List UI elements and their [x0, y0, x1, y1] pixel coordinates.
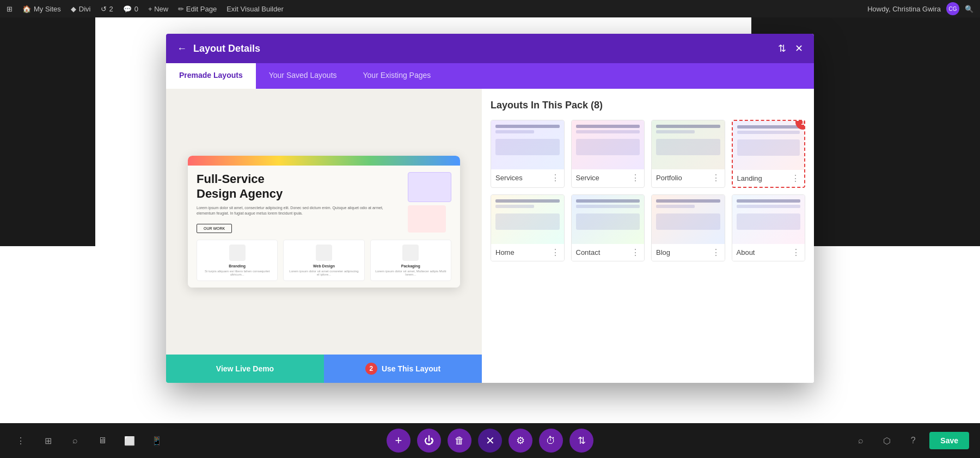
hero-paragraph: Lorem ipsum dolor sit amet, consectetur …: [197, 205, 399, 217]
layout-card-footer-services: Services ⋮: [491, 169, 564, 186]
my-sites-menu[interactable]: 🏠 My Sites: [22, 5, 61, 13]
exit-builder-link[interactable]: Exit Visual Builder: [226, 5, 284, 13]
layout-thumb-blog: [652, 195, 725, 244]
browser-cards: Branding Si turpis aliquam esi libero la…: [197, 240, 451, 281]
toolbar-right-help-button[interactable]: ?: [903, 431, 923, 450]
layout-thumb-about: [732, 195, 805, 244]
layout-thumb-home: [491, 195, 564, 244]
preview-panel: Full-Service Design Agency Lorem ipsum d…: [166, 89, 482, 383]
search-icon[interactable]: 🔍: [965, 5, 973, 13]
layouts-panel: Layouts In This Pack (8): [482, 89, 814, 383]
layout-more-about[interactable]: ⋮: [792, 247, 800, 258]
bottom-toolbar: ⋮ ⊞ ⌕ 🖥 ⬜ 📱 + ⏻ 🗑 ✕ ⚙ ⏱ ⇅ ⌕ ⬡ ? Save: [0, 423, 980, 458]
modal-body: Full-Service Design Agency Lorem ipsum d…: [166, 89, 814, 383]
layout-more-blog[interactable]: ⋮: [712, 247, 720, 258]
layout-card-about[interactable]: About ⋮: [732, 194, 806, 261]
admin-bar: ⊞ 🏠 My Sites ◆ Divi ↺ 2 💬 0 + New ✏ Edit…: [0, 0, 980, 17]
hero-cta-button[interactable]: OUR WORK: [197, 224, 232, 233]
toolbar-right-search-button[interactable]: ⌕: [851, 431, 871, 450]
toolbar-grid-button[interactable]: ⊞: [38, 431, 58, 450]
browser-mockup: Full-Service Design Agency Lorem ipsum d…: [188, 156, 460, 288]
tab-existing-pages[interactable]: Your Existing Pages: [350, 63, 444, 89]
admin-bar-right: Howdy, Christina Gwira CG 🔍: [867, 2, 973, 15]
layout-card-services[interactable]: Services ⋮: [491, 120, 565, 188]
view-demo-button[interactable]: View Live Demo: [166, 355, 324, 383]
card-icon-branding: [229, 245, 246, 261]
layout-more-landing[interactable]: ⋮: [791, 173, 800, 184]
back-button[interactable]: ←: [177, 43, 187, 54]
layout-more-contact[interactable]: ⋮: [631, 247, 640, 258]
toolbar-history-button[interactable]: ⏱: [539, 429, 563, 453]
wp-logo[interactable]: ⊞: [7, 5, 13, 13]
toolbar-add-button[interactable]: +: [387, 429, 411, 453]
layout-card-footer-contact: Contact ⋮: [572, 244, 645, 261]
layouts-panel-title: Layouts In This Pack (8): [491, 100, 805, 111]
layout-card-portfolio[interactable]: Portfolio ⋮: [651, 120, 725, 188]
avatar[interactable]: CG: [946, 2, 959, 15]
layout-thumb-portfolio: [652, 120, 725, 169]
toolbar-desktop-button[interactable]: 🖥: [93, 431, 112, 450]
layout-card-footer-service: Service ⋮: [572, 169, 645, 186]
browser-content: Full-Service Design Agency Lorem ipsum d…: [188, 166, 460, 288]
preview-mockup: Full-Service Design Agency Lorem ipsum d…: [166, 89, 482, 355]
layout-card-blog[interactable]: Blog ⋮: [651, 194, 725, 261]
browser-card-branding: Branding Si turpis aliquam esi libero la…: [197, 240, 278, 281]
layout-grid: Services ⋮: [491, 120, 805, 261]
layout-more-home[interactable]: ⋮: [551, 247, 560, 258]
hero-title: Full-Service Design Agency: [197, 172, 399, 201]
toolbar-trash-button[interactable]: 🗑: [448, 429, 471, 453]
layout-thumb-service: [572, 120, 645, 169]
divi-icon: ◆: [71, 5, 76, 13]
toolbar-search-button[interactable]: ⌕: [65, 431, 85, 450]
layout-card-footer-about: About ⋮: [732, 244, 805, 261]
layout-card-landing[interactable]: 1 Landing ⋮: [732, 120, 806, 188]
comments-icon: 💬: [123, 5, 132, 13]
comments-count[interactable]: 💬 0: [123, 5, 138, 13]
toolbar-right: ⌕ ⬡ ? Save: [851, 431, 969, 450]
close-modal-button[interactable]: ✕: [795, 42, 803, 54]
layout-more-services[interactable]: ⋮: [551, 173, 560, 183]
layout-more-service[interactable]: ⋮: [631, 173, 640, 183]
browser-floaties: [408, 172, 451, 233]
modal-header: ← Layout Details ⇅ ✕: [166, 34, 814, 63]
modal-overlay: ← Layout Details ⇅ ✕ Premade Layouts You…: [0, 17, 980, 423]
toolbar-mobile-button[interactable]: 📱: [147, 431, 167, 450]
layout-card-footer-portfolio: Portfolio ⋮: [652, 169, 725, 186]
toolbar-close-button[interactable]: ✕: [478, 429, 502, 453]
new-menu[interactable]: + New: [148, 5, 168, 13]
preview-image-area: Full-Service Design Agency Lorem ipsum d…: [166, 89, 482, 355]
toolbar-power-button[interactable]: ⏻: [417, 429, 441, 453]
browser-card-webdesign: Web Design Lorem ipsum dolor sit amet co…: [283, 240, 364, 281]
divi-menu[interactable]: ◆ Divi: [71, 5, 91, 13]
toolbar-right-hex-button[interactable]: ⬡: [877, 431, 897, 450]
toolbar-center: + ⏻ 🗑 ✕ ⚙ ⏱ ⇅: [387, 429, 593, 453]
edit-page-link[interactable]: ✏ Edit Page: [178, 5, 217, 13]
revisions-count[interactable]: ↺ 2: [101, 5, 113, 13]
layout-card-home[interactable]: Home ⋮: [491, 194, 565, 261]
browser-hero-text: Full-Service Design Agency Lorem ipsum d…: [197, 172, 399, 233]
revisions-icon: ↺: [101, 5, 107, 13]
browser-bar: [188, 156, 460, 166]
layout-card-contact[interactable]: Contact ⋮: [571, 194, 645, 261]
browser-hero: Full-Service Design Agency Lorem ipsum d…: [197, 172, 451, 233]
modal-header-right: ⇅ ✕: [778, 42, 803, 54]
use-layout-button[interactable]: 2 Use This Layout: [324, 355, 482, 383]
floatie-1: [408, 172, 451, 202]
howdy-text: Howdy, Christina Gwira: [867, 5, 941, 13]
layout-more-portfolio[interactable]: ⋮: [712, 173, 720, 183]
layout-thumb-services: [491, 120, 564, 169]
floatie-2: [408, 205, 446, 233]
toolbar-options-button[interactable]: ⋮: [11, 431, 30, 450]
sort-icon[interactable]: ⇅: [778, 42, 786, 54]
tab-premade-layouts[interactable]: Premade Layouts: [166, 63, 256, 89]
layout-card-footer-blog: Blog ⋮: [652, 244, 725, 261]
toolbar-settings-button[interactable]: ⚙: [509, 429, 532, 453]
tab-saved-layouts[interactable]: Your Saved Layouts: [256, 63, 350, 89]
toolbar-left: ⋮ ⊞ ⌕ 🖥 ⬜ 📱: [11, 431, 167, 450]
card-icon-webdesign: [316, 245, 332, 261]
layout-card-service[interactable]: Service ⋮: [571, 120, 645, 188]
toolbar-tablet-button[interactable]: ⬜: [120, 431, 139, 450]
layout-thumb-landing: [733, 121, 805, 170]
toolbar-sort-button[interactable]: ⇅: [569, 429, 593, 453]
save-button[interactable]: Save: [929, 432, 969, 449]
